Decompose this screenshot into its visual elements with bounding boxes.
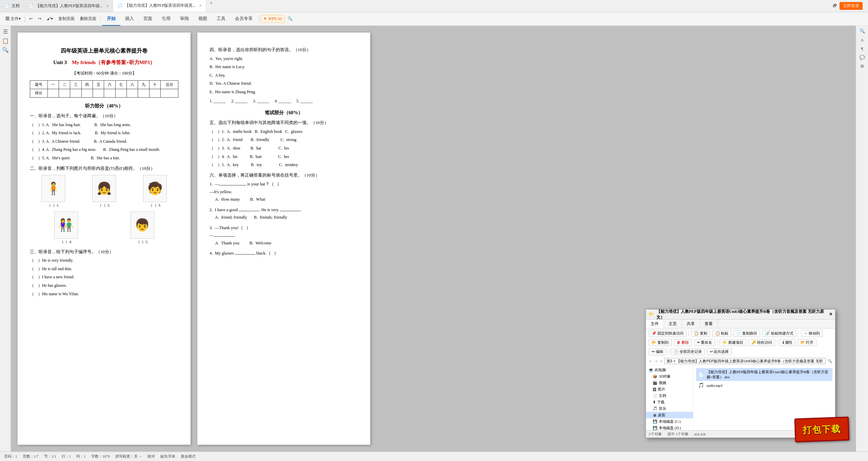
download-badge[interactable]: 打包下载 xyxy=(794,417,849,442)
restore-icon[interactable]: 🗗 xyxy=(833,3,837,8)
tree-desktop[interactable]: 🖥桌面 xyxy=(646,412,693,418)
toolbar-copy-format[interactable]: 复制页面 xyxy=(56,15,77,23)
nav-icon-1[interactable]: ☰ xyxy=(3,28,8,35)
tab-reference[interactable]: 引用 xyxy=(157,12,175,26)
page-1: 四年级英语上册单元核心素养提升卷 Unit 3 My friends（有参考答案… xyxy=(18,33,191,445)
fe-addr-input[interactable] xyxy=(664,358,826,364)
q6-title: 六、单项选择，将正确答案的标号填在括号里。（10分） xyxy=(210,172,358,179)
page1-title: 四年级英语上册单元核心素养提升卷 xyxy=(30,46,178,56)
fe-up-btn[interactable]: ↑ xyxy=(660,359,662,363)
tree-download[interactable]: ⬇下载 xyxy=(646,399,693,405)
figure3-img: 🧒 xyxy=(143,175,167,202)
q3-text3: I have a new friend. xyxy=(42,274,75,281)
q6-optB2: B. friends; friendly xyxy=(254,214,287,221)
toolbar-paint[interactable]: 🖌▾ xyxy=(44,15,56,22)
tab-insert[interactable]: 插入 xyxy=(120,12,139,26)
sidebar-icon-1[interactable]: 🔍 xyxy=(860,28,865,34)
tab-file1[interactable]: 📄 【能力培优】人教PEP版英语四年级... ✕ xyxy=(24,0,113,12)
tree-c[interactable]: 💾本地磁盘 (C:) xyxy=(646,418,693,425)
tab-review[interactable]: 审阅 xyxy=(175,12,194,26)
fe-search-icon[interactable]: 🔍 xyxy=(828,359,832,363)
fe-back-btn[interactable]: ← xyxy=(649,359,652,363)
status-mode[interactable]: 黄金模式 xyxy=(181,454,196,459)
fe-titlebar: 📁 【能力培优】人教PEP版四年级上册英语Unit3核心素养提升B卷（含听力音频… xyxy=(646,309,835,320)
tab-document[interactable]: 📄 文档 xyxy=(0,0,24,12)
tab-tools[interactable]: 工具 xyxy=(212,12,230,26)
toolbar-undo[interactable]: ↩ xyxy=(26,15,35,22)
tree-3d[interactable]: 📦3D对象 xyxy=(646,373,693,380)
fe-close-btn[interactable]: ✕ xyxy=(829,312,832,317)
add-tab-button[interactable]: + xyxy=(206,0,216,12)
fe-btn-delete[interactable]: 🗑 删除 xyxy=(674,339,692,346)
tab-file2[interactable]: 📄 【能力培优】人教PEP版英语四年级英... ✕ xyxy=(113,0,206,12)
nav-icon-2[interactable]: 📋 xyxy=(2,38,9,44)
sidebar-icon-5[interactable]: ⚙ xyxy=(860,64,864,69)
status-font-missing[interactable]: 缺失字体 xyxy=(160,454,175,459)
tree-doc[interactable]: 📄文档 xyxy=(646,393,693,399)
fe-btn-pasteshort[interactable]: 🔗 粘贴快捷方式 xyxy=(762,330,796,337)
q6-item3: 3. —Thank you!（ ） —. A. Thank you B. Wel… xyxy=(210,224,358,247)
figure5-person: 👦 xyxy=(135,219,150,231)
status-spellcheck[interactable]: 拼写检查：关 → xyxy=(115,454,142,459)
sep-t1 xyxy=(689,330,689,337)
q1-num2: 2. A. My friend is Jack. xyxy=(42,129,81,137)
fe-btn-copypath[interactable]: 📄 复制路径 xyxy=(733,330,760,337)
status-bar: 页码：1 页数：1/7 节：1/1 行：1 列：1 字数：1079 拼写检查：关… xyxy=(0,452,868,461)
fe-toolbar: 📌 固定到快速访问 📋 复制 📋 粘贴 📄 复制路径 🔗 粘贴快捷方式 → 移动… xyxy=(646,328,835,357)
q2-group: 二、听录音，判断下列图片与所听内容是(T)否(F)相符。（10分） 🧍 （ ）1… xyxy=(30,165,178,245)
title-bar: 📄 文档 📄 【能力培优】人教PEP版英语四年级... ✕ 📄 【能力培优】人教… xyxy=(0,0,868,12)
tree-music[interactable]: 🎵音乐 xyxy=(646,405,693,412)
file-doc[interactable]: 📄 【能力培优】人教PEP版四年级上册英语Unit3核心素养提升B卷（含听力音频… xyxy=(696,368,832,381)
tab-file1-close[interactable]: ✕ xyxy=(106,4,109,8)
q6-opts1: A. How many B. What xyxy=(215,196,358,203)
fe-btn-open[interactable]: 📂 打开 xyxy=(797,339,817,346)
tab-file2-close[interactable]: ✕ xyxy=(199,4,202,7)
fe-folder-icon: 📁 xyxy=(649,312,654,317)
tree-video[interactable]: 🎬视频 xyxy=(646,380,693,386)
figure2-num: （ ）2. xyxy=(92,202,116,209)
nav-icon-3[interactable]: 🔍 xyxy=(2,47,9,53)
tab-start[interactable]: 开始 xyxy=(102,12,120,26)
fe-forward-btn[interactable]: → xyxy=(654,359,658,363)
fe-btn-paste[interactable]: 📋 粘贴 xyxy=(712,330,732,337)
tree-d[interactable]: 💾本地磁盘 (D:) xyxy=(646,425,693,430)
toolbar-redo[interactable]: ↪ xyxy=(35,15,44,22)
tree-computer[interactable]: 💻此电脑 xyxy=(646,367,693,373)
wps-ai-button[interactable]: ✦ WPS AI xyxy=(260,15,285,23)
status-page: 页码：1 xyxy=(4,454,17,459)
tree-pic[interactable]: 🖼图片 xyxy=(646,386,693,393)
q1-bracket1: （ ） xyxy=(30,121,42,129)
fe-tab-view[interactable]: 查看 xyxy=(700,320,718,328)
login-button[interactable]: 立即登录 xyxy=(840,2,863,10)
file-mp3[interactable]: 🎵 audio.mp3 xyxy=(696,381,832,389)
sidebar-icon-4[interactable]: 💬 xyxy=(860,55,865,60)
tab-page[interactable]: 页面 xyxy=(139,12,157,26)
tab-vip[interactable]: 会员专享 xyxy=(230,12,257,26)
fe-btn-history[interactable]: 🕐 全部历史记录 xyxy=(671,348,705,355)
fe-btn-easyaccess[interactable]: 🔑 轻松访问 xyxy=(748,339,775,346)
menu-file[interactable]: ☰ 文件▾ xyxy=(3,15,23,23)
sidebar-icon-3[interactable]: ¶ xyxy=(861,46,863,52)
q4-optD: D. Yes. A Chinese friend. xyxy=(210,80,358,87)
fe-btn-reverse[interactable]: ↩ 反向选择 xyxy=(707,348,732,355)
fe-btn-props[interactable]: ℹ 属性 xyxy=(780,339,795,346)
fe-btn-pin[interactable]: 📌 固定到快速访问 xyxy=(649,330,687,337)
sidebar-icon-2[interactable]: A xyxy=(861,37,864,43)
fe-btn-move[interactable]: → 移动到 xyxy=(801,330,823,337)
tab-doc-icon: 📄 xyxy=(4,3,9,9)
fe-btn-rename[interactable]: ✏ 重命名 xyxy=(694,339,715,346)
fe-btn-copyto[interactable]: 📂 复制到 xyxy=(649,339,672,346)
tab-view[interactable]: 视图 xyxy=(194,12,212,26)
fe-tab-file[interactable]: 文件 xyxy=(646,320,664,328)
sep3 xyxy=(259,16,259,22)
status-proofread[interactable]: 校对 xyxy=(147,454,155,459)
fe-tab-home[interactable]: 主页 xyxy=(664,320,682,328)
search-button[interactable]: 🔍 xyxy=(285,15,295,22)
toolbar-delete-page[interactable]: 删除页面 xyxy=(77,15,99,23)
fe-btn-copy[interactable]: 📋 复制 xyxy=(691,330,710,337)
fe-tab-share[interactable]: 共享 xyxy=(682,320,700,328)
fe-btn-newitem[interactable]: 📁 新建项目 xyxy=(719,339,746,346)
fe-btn-edit[interactable]: ✏ 编辑 xyxy=(649,348,666,355)
q5-group: 五、选出下列每组单词中与其他两项不同类的一项。（10分） （ ）1. A. ma… xyxy=(210,119,358,168)
file-mp3-name: audio.mp3 xyxy=(707,383,723,387)
